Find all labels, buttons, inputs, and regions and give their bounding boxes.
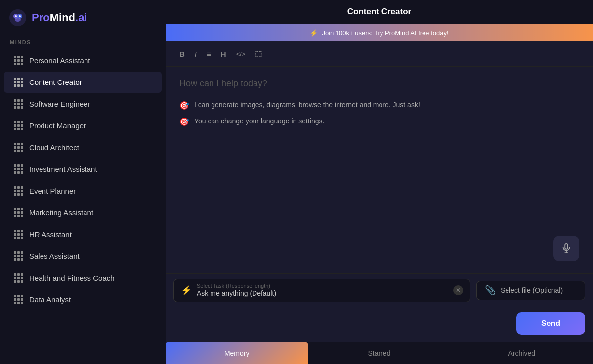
list-button[interactable]: ≡ [203, 47, 215, 61]
logo-ai: .ai [75, 11, 87, 24]
image-button[interactable]: ⬚ [251, 46, 266, 61]
logo-area: ProMind.ai [0, 0, 166, 36]
banner-text: Join 100k+ users: Try ProMind AI free to… [322, 29, 448, 37]
sidebar-items: Personal AssistantContent CreatorSoftwar… [0, 49, 166, 311]
sidebar-item-marketing-assistant[interactable]: Marketing Assistant [4, 202, 162, 223]
sidebar-item-cloud-architect[interactable]: Cloud Architect [4, 137, 162, 158]
sidebar-item-label-personal-assistant: Personal Assistant [29, 56, 90, 65]
chat-placeholder: How can I help today? [179, 79, 579, 89]
grid-icon-personal-assistant [14, 56, 23, 65]
logo-mind: Mind [50, 11, 75, 24]
page-title: Content Creator [347, 7, 411, 16]
task-label: Select Task (Response length) [197, 283, 448, 289]
sidebar-item-label-health-fitness-coach: Health and Fitness Coach [29, 274, 115, 282]
svg-point-3 [15, 18, 21, 22]
sidebar-item-investment-assistant[interactable]: Investment Assistant [4, 159, 162, 180]
grid-icon-content-creator [14, 78, 23, 87]
bold-button[interactable]: B [175, 47, 189, 61]
logo-pro: Pro [32, 11, 50, 24]
sidebar-item-hr-assistant[interactable]: HR Assistant [4, 224, 162, 245]
sidebar-item-product-manager[interactable]: Product Manager [4, 115, 162, 136]
sidebar-item-health-fitness-coach[interactable]: Health and Fitness Coach [4, 267, 162, 288]
sidebar-item-label-marketing-assistant: Marketing Assistant [29, 208, 93, 217]
send-area: Send [166, 307, 593, 342]
chat-info-text-1: I can generate images, diagrams, browse … [194, 101, 420, 109]
sidebar-item-label-product-manager: Product Manager [29, 121, 86, 130]
task-clear-button[interactable]: ✕ [453, 285, 463, 295]
mic-button[interactable] [553, 236, 579, 261]
grid-icon-software-engineer [14, 99, 23, 109]
code-button[interactable]: </> [232, 47, 250, 61]
logo-text: ProMind.ai [32, 11, 87, 24]
sidebar-item-label-investment-assistant: Investment Assistant [29, 165, 97, 173]
main-content: Content Creator ⚡ Join 100k+ users: Try … [166, 0, 593, 364]
grid-icon-product-manager [14, 121, 23, 130]
mic-icon [561, 243, 572, 254]
svg-point-5 [19, 15, 21, 17]
chat-info-1: 🎯 I can generate images, diagrams, brows… [179, 101, 579, 110]
sidebar-item-label-data-analyst: Data Analyst [29, 295, 71, 304]
sidebar-item-event-planner[interactable]: Event Planner [4, 180, 162, 202]
bottom-tabs: MemoryStarredArchived [166, 342, 593, 364]
send-button[interactable]: Send [516, 312, 585, 335]
grid-icon-health-fitness-coach [14, 273, 23, 283]
sidebar-item-label-cloud-architect: Cloud Architect [29, 143, 79, 152]
svg-rect-6 [565, 244, 568, 249]
sidebar-item-label-content-creator: Content Creator [29, 78, 82, 86]
task-value: Ask me anything (Default) [197, 289, 276, 297]
svg-point-4 [15, 15, 17, 17]
file-select[interactable]: 📎 Select file (Optional) [476, 281, 585, 300]
grid-icon-investment-assistant [14, 164, 23, 174]
grid-icon-sales-assistant [14, 251, 23, 261]
minds-section-label: MINDS [0, 36, 166, 49]
file-label: Select file (Optional) [501, 286, 563, 294]
task-select[interactable]: ⚡ Select Task (Response length) Ask me a… [173, 279, 470, 302]
chat-info-2: 🎯 You can change your language in settin… [179, 117, 579, 126]
grid-icon-cloud-architect [14, 143, 23, 152]
sidebar-item-data-analyst[interactable]: Data Analyst [4, 289, 162, 310]
tab-starred[interactable]: Starred [308, 342, 450, 364]
formatting-toolbar: B I ≡ H </> ⬚ [166, 41, 593, 67]
sidebar-item-label-event-planner: Event Planner [29, 187, 76, 195]
info-icon-2: 🎯 [179, 117, 189, 126]
grid-icon-data-analyst [14, 295, 23, 304]
sidebar-item-software-engineer[interactable]: Software Engineer [4, 93, 162, 115]
task-bolt-icon: ⚡ [181, 285, 192, 296]
sidebar-item-personal-assistant[interactable]: Personal Assistant [4, 50, 162, 71]
title-bar: Content Creator [166, 0, 593, 24]
heading-button[interactable]: H [217, 47, 230, 61]
sidebar: ProMind.ai MINDS Personal AssistantConte… [0, 0, 166, 364]
info-icon-1: 🎯 [179, 101, 189, 110]
promo-banner[interactable]: ⚡ Join 100k+ users: Try ProMind AI free … [166, 24, 593, 41]
sidebar-item-label-sales-assistant: Sales Assistant [29, 252, 80, 260]
italic-button[interactable]: I [191, 47, 201, 61]
chat-info-text-2: You can change your language in settings… [194, 117, 324, 125]
tab-archived[interactable]: Archived [451, 342, 593, 364]
grid-icon-event-planner [14, 186, 23, 196]
sidebar-item-label-hr-assistant: HR Assistant [29, 230, 72, 239]
paperclip-icon: 📎 [485, 285, 496, 296]
banner-icon: ⚡ [310, 29, 318, 37]
logo-icon [9, 9, 27, 27]
tab-memory[interactable]: Memory [166, 342, 308, 364]
chat-area: How can I help today? 🎯 I can generate i… [166, 67, 593, 273]
grid-icon-marketing-assistant [14, 208, 23, 217]
sidebar-item-sales-assistant[interactable]: Sales Assistant [4, 245, 162, 267]
sidebar-item-label-software-engineer: Software Engineer [29, 100, 90, 108]
grid-icon-hr-assistant [14, 230, 23, 239]
input-row: ⚡ Select Task (Response length) Ask me a… [166, 273, 593, 307]
sidebar-item-content-creator[interactable]: Content Creator [4, 72, 162, 93]
